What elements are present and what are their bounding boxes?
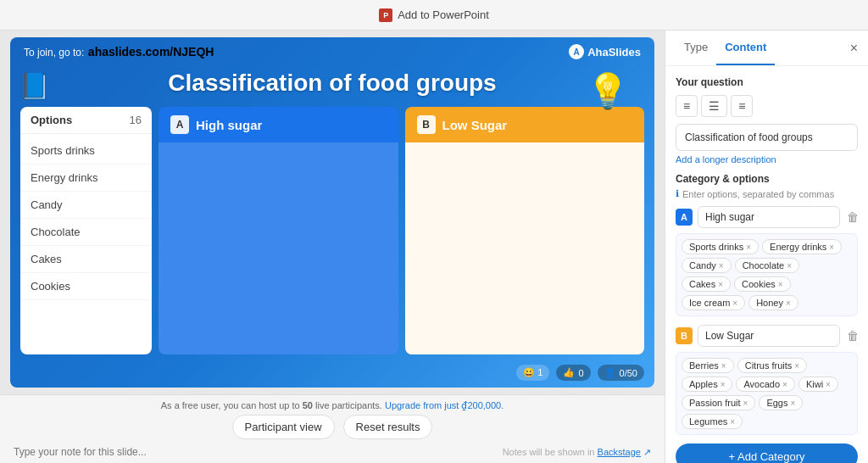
right-panel: Type Content × Your question ≡ ☰ ≡ Add a… — [665, 31, 868, 463]
cat-a-tags: Sports drinks × Energy drinks × Candy × … — [676, 233, 858, 316]
cat-a-badge: A — [676, 209, 693, 226]
upgrade-notice: As a free user, you can host up to 50 li… — [14, 400, 651, 411]
category-b-row: B 🗑 — [676, 325, 858, 347]
hint-icon: ℹ — [676, 188, 679, 199]
cat-options-label: Category & options — [676, 173, 858, 185]
category-a-block: A 🗑 Sports drinks × Energy drinks × Cand… — [676, 206, 858, 316]
ppt-icon: P — [379, 8, 392, 22]
remove-kiwi[interactable]: × — [826, 380, 831, 389]
remove-chocolate[interactable]: × — [787, 261, 792, 271]
close-button[interactable]: × — [850, 41, 858, 56]
options-label: Options — [31, 114, 72, 126]
low-sugar-column: B Low Sugar — [405, 107, 645, 354]
remove-honey[interactable]: × — [786, 298, 791, 308]
note-bar: Notes will be shown in Backstage ↗ — [14, 443, 651, 458]
high-sugar-letter: A — [170, 115, 189, 134]
action-buttons: Participant view Reset results — [14, 415, 651, 439]
tag-chocolate: Chocolate × — [735, 258, 799, 273]
backstage-link[interactable]: Backstage — [598, 447, 641, 457]
question-input[interactable] — [676, 124, 858, 151]
logo-text: AhaSlides — [587, 46, 641, 59]
question-label: Your question — [676, 76, 858, 88]
align-center-btn[interactable]: ☰ — [701, 95, 727, 117]
low-sugar-header: B Low Sugar — [405, 107, 645, 142]
join-info: To join, go to: ahaslides.com/NJEQH — [24, 44, 214, 59]
align-left-btn[interactable]: ≡ — [676, 95, 698, 117]
note-hint: Notes will be shown in Backstage ↗ — [503, 447, 651, 458]
slide-title: Classification of food groups — [10, 66, 654, 107]
cat-b-tags: Berries × Citrus fruits × Apples × Avoca… — [676, 352, 858, 435]
logo-icon: A — [569, 44, 584, 59]
remove-passion-fruit[interactable]: × — [743, 399, 748, 408]
remove-ice-cream[interactable]: × — [732, 298, 737, 308]
slide-area: 📘 💡 To join, go to: ahaslides.com/NJEQH … — [0, 31, 665, 463]
tag-ice-cream: Ice cream × — [682, 295, 745, 310]
slide-footer: 😀 1 👍 0 👤 0/50 — [10, 361, 654, 388]
align-right-btn[interactable]: ≡ — [731, 95, 753, 117]
cat-a-delete-btn[interactable]: 🗑 — [845, 209, 860, 226]
option-energy-drinks[interactable]: Energy drinks — [20, 165, 152, 192]
tab-content[interactable]: Content — [716, 31, 775, 65]
tag-energy-drinks: Energy drinks × — [762, 239, 842, 254]
tag-apples: Apples × — [682, 377, 732, 392]
option-chocolate[interactable]: Chocolate — [20, 219, 152, 246]
tag-legumes: Legumes × — [682, 414, 743, 429]
high-sugar-name: High sugar — [196, 118, 262, 132]
low-sugar-letter: B — [417, 115, 436, 134]
options-list: Sports drinks Energy drinks Candy Chocol… — [20, 134, 152, 354]
add-description-link[interactable]: Add a longer description — [676, 154, 858, 165]
tag-cakes: Cakes × — [682, 276, 731, 292]
tag-candy: Candy × — [682, 258, 732, 273]
remove-legumes[interactable]: × — [730, 417, 735, 427]
tag-berries: Berries × — [682, 358, 734, 373]
options-panel: Options 16 Sports drinks Energy drinks C… — [20, 107, 152, 354]
remove-candy[interactable]: × — [719, 261, 724, 271]
cat-a-input[interactable] — [698, 206, 840, 228]
join-url: ahaslides.com/NJEQH — [88, 45, 214, 59]
cat-b-input[interactable] — [698, 325, 840, 347]
remove-energy-drinks[interactable]: × — [829, 243, 834, 252]
remove-berries[interactable]: × — [721, 361, 726, 371]
tag-honey: Honey × — [748, 295, 798, 310]
tag-sports-drinks: Sports drinks × — [682, 239, 759, 254]
footer-badges: 😀 1 👍 0 👤 0/50 — [516, 365, 644, 381]
option-candy[interactable]: Candy — [20, 192, 152, 219]
remove-cookies[interactable]: × — [778, 280, 783, 289]
tag-cookies: Cookies × — [734, 276, 791, 292]
high-sugar-body[interactable] — [159, 142, 398, 354]
cat-b-delete-btn[interactable]: 🗑 — [845, 327, 860, 344]
emoji-badge: 😀 1 — [516, 365, 549, 381]
remove-sports-drinks[interactable]: × — [746, 243, 751, 252]
option-cookies[interactable]: Cookies — [20, 273, 152, 300]
reset-results-button[interactable]: Reset results — [343, 415, 433, 439]
slide-content: Options 16 Sports drinks Energy drinks C… — [10, 107, 654, 361]
remove-apples[interactable]: × — [721, 380, 726, 389]
low-sugar-body[interactable] — [405, 142, 645, 354]
participant-view-button[interactable]: Participant view — [232, 415, 335, 439]
tag-kiwi: Kiwi × — [798, 377, 838, 392]
panel-header: Type Content × — [665, 31, 868, 66]
join-text: To join, go to: — [24, 47, 84, 59]
tab-type[interactable]: Type — [676, 31, 716, 65]
remove-cakes[interactable]: × — [718, 280, 723, 289]
category-b-block: B 🗑 Berries × Citrus fruits × Apples × A… — [676, 325, 858, 435]
bulb-decoration: 💡 — [587, 71, 629, 111]
cat-b-badge: B — [676, 327, 693, 344]
note-input[interactable] — [14, 446, 503, 458]
add-category-button[interactable]: + Add Category — [676, 443, 858, 463]
slide-header: To join, go to: ahaslides.com/NJEQH A Ah… — [10, 37, 654, 66]
remove-eggs[interactable]: × — [790, 399, 795, 408]
participant-badge: 👤 0/50 — [598, 365, 644, 381]
options-header: Options 16 — [20, 107, 152, 134]
like-badge: 👍 0 — [556, 365, 590, 381]
tag-eggs: Eggs × — [759, 395, 803, 410]
option-cakes[interactable]: Cakes — [20, 246, 152, 273]
low-sugar-name: Low Sugar — [442, 118, 508, 132]
remove-avocado[interactable]: × — [782, 380, 787, 389]
upgrade-link[interactable]: Upgrade from just ₫200,000. — [385, 400, 504, 410]
option-sports-drinks[interactable]: Sports drinks — [20, 137, 152, 165]
high-sugar-header: A High sugar — [159, 107, 398, 142]
top-bar: P Add to PowerPoint — [0, 0, 868, 31]
add-to-powerpoint-label[interactable]: Add to PowerPoint — [398, 8, 489, 21]
remove-citrus-fruits[interactable]: × — [794, 361, 799, 371]
